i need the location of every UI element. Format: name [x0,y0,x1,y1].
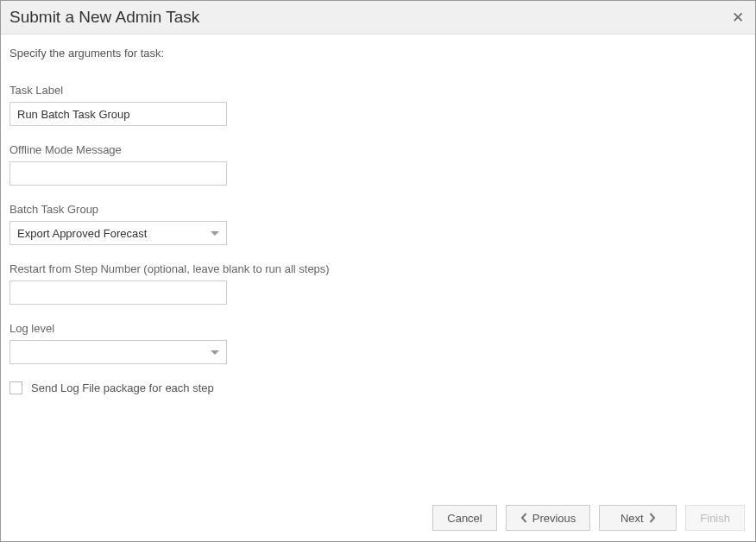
chevron-left-icon [520,513,527,523]
chevron-down-icon [211,231,219,236]
chevron-down-icon [211,350,219,355]
dialog-body: Specify the arguments for task: Task Lab… [1,35,755,496]
send-log-checkbox[interactable] [9,381,22,394]
field-send-log: Send Log File package for each step [9,381,747,394]
field-offline-message: Offline Mode Message [9,143,747,186]
field-task-label: Task Label [9,84,747,126]
task-label-input[interactable] [9,102,227,126]
instruction-text: Specify the arguments for task: [9,47,747,60]
cancel-button-label: Cancel [447,512,482,525]
log-level-select[interactable] [9,340,227,364]
previous-button-label: Previous [532,512,576,525]
previous-button[interactable]: Previous [506,505,591,531]
dialog: Submit a New Admin Task ✕ Specify the ar… [0,0,756,542]
offline-message-label: Offline Mode Message [9,143,747,156]
close-icon: ✕ [732,10,744,25]
offline-message-input[interactable] [9,161,227,186]
dialog-title: Submit a New Admin Task [9,8,199,27]
close-button[interactable]: ✕ [729,9,747,26]
finish-button[interactable]: Finish [685,505,745,531]
dialog-footer: Cancel Previous Next Finish [1,496,755,541]
next-button[interactable]: Next [599,505,677,531]
restart-step-input[interactable] [9,280,227,305]
field-log-level: Log level [9,322,747,364]
next-button-label: Next [621,512,644,525]
task-label-label: Task Label [9,84,747,97]
chevron-right-icon [649,513,656,523]
restart-step-label: Restart from Step Number (optional, leav… [9,262,747,275]
field-batch-task-group: Batch Task Group Export Approved Forecas… [9,203,747,245]
batch-task-group-value: Export Approved Forecast [17,227,211,240]
batch-task-group-label: Batch Task Group [9,203,747,216]
send-log-label[interactable]: Send Log File package for each step [31,381,214,394]
batch-task-group-select[interactable]: Export Approved Forecast [9,221,227,245]
cancel-button[interactable]: Cancel [432,505,496,531]
finish-button-label: Finish [700,512,730,525]
log-level-label: Log level [9,322,747,335]
dialog-header: Submit a New Admin Task ✕ [1,1,755,35]
field-restart-step: Restart from Step Number (optional, leav… [9,262,747,305]
